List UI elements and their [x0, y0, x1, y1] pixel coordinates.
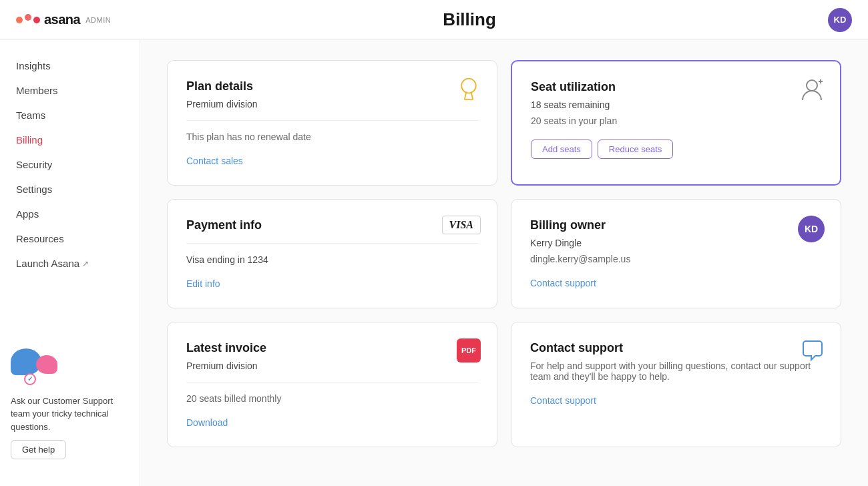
latest-invoice-title: Latest invoice: [186, 341, 478, 355]
user-avatar[interactable]: KD: [828, 8, 852, 32]
svg-line-2: [471, 92, 473, 100]
external-link-icon: ↗: [82, 259, 89, 268]
pdf-label: PDF: [461, 346, 476, 354]
add-seats-button[interactable]: Add seats: [531, 140, 592, 159]
sidebar-item-members[interactable]: Members: [0, 78, 140, 103]
download-link[interactable]: Download: [186, 417, 478, 428]
asana-wordmark: asana: [44, 12, 80, 27]
billing-owner-title: Billing owner: [530, 218, 822, 232]
topbar: asana ADMIN Billing KD: [0, 0, 868, 40]
dot-top: [25, 14, 31, 21]
plan-details-detail: This plan has no renewal date: [186, 132, 478, 142]
pdf-icon: PDF: [457, 338, 481, 362]
sidebar-item-teams[interactable]: Teams: [0, 103, 140, 128]
seats-remaining: 18 seats remaining: [531, 99, 821, 110]
support-chat-icon: [801, 338, 825, 365]
seats-buttons: Add seats Reduce seats: [531, 140, 821, 159]
plan-details-card: Plan details Premium division This plan …: [167, 60, 497, 186]
sidebar-bottom: ✓ Ask our Customer Support team your tri…: [0, 335, 140, 473]
dot-left: [16, 17, 23, 23]
plan-details-subtitle: Premium division: [186, 99, 478, 109]
award-icon: [457, 77, 481, 103]
sidebar-nav: Insights Members Teams Billing Security …: [0, 53, 140, 276]
latest-invoice-subtitle: Premium division: [186, 360, 478, 371]
cards-grid: Plan details Premium division This plan …: [167, 60, 841, 447]
contact-support-text: For help and support with your billing q…: [530, 360, 822, 382]
asana-dots: [16, 17, 40, 23]
apps-label: Apps: [16, 208, 39, 220]
main-layout: Insights Members Teams Billing Security …: [0, 40, 868, 486]
settings-label: Settings: [16, 184, 52, 195]
seats-plan: 20 seats in your plan: [531, 115, 821, 126]
payment-info-title: Payment info: [186, 218, 478, 232]
billing-owner-contact-link[interactable]: Contact support: [530, 278, 822, 288]
latest-invoice-card: PDF Latest invoice Premium division 20 s…: [167, 322, 497, 447]
get-help-button[interactable]: Get help: [11, 440, 66, 459]
asana-logo: asana ADMIN: [16, 12, 111, 27]
billing-label: Billing: [16, 134, 43, 146]
admin-badge: ADMIN: [85, 16, 111, 24]
svg-line-1: [465, 92, 467, 100]
check-circle-icon: ✓: [24, 373, 36, 385]
visa-label: VISA: [449, 219, 473, 230]
sidebar-item-settings[interactable]: Settings: [0, 177, 140, 202]
contact-support-title: Contact support: [530, 341, 822, 355]
chat-icons: ✓: [11, 348, 57, 385]
resources-label: Resources: [16, 233, 64, 244]
sidebar-item-billing[interactable]: Billing: [0, 128, 140, 152]
payment-divider: [186, 243, 478, 244]
reduce-seats-button[interactable]: Reduce seats: [598, 140, 674, 159]
sidebar-item-security[interactable]: Security: [0, 152, 140, 177]
logo-area: asana ADMIN: [16, 12, 111, 27]
seat-utilization-title: Seat utilization: [531, 80, 821, 94]
edit-info-link[interactable]: Edit info: [186, 278, 478, 289]
invoice-divider: [186, 382, 478, 383]
sidebar-item-launch[interactable]: Launch Asana ↗: [0, 251, 140, 276]
support-widget: ✓ Ask our Customer Support team your tri…: [11, 348, 129, 460]
members-label: Members: [16, 85, 58, 96]
page-title: Billing: [443, 9, 495, 30]
payment-info-card: VISA Payment info Visa ending in 1234 Ed…: [167, 199, 497, 308]
payment-info-subtitle: Visa ending in 1234: [186, 254, 478, 265]
launch-label: Launch Asana: [16, 258, 79, 269]
seat-utilization-card: Seat utilization 18 seats remaining 20 s…: [511, 60, 841, 186]
seat-utilization-icon: [800, 77, 824, 104]
check-mark: ✓: [27, 375, 33, 383]
contact-support-link[interactable]: Contact support: [530, 395, 822, 406]
contact-support-card: Contact support For help and support wit…: [511, 322, 841, 447]
dot-right: [33, 17, 40, 23]
latest-invoice-detail: 20 seats billed monthly: [186, 393, 478, 404]
contact-sales-link[interactable]: Contact sales: [186, 156, 478, 166]
billing-owner-card: KD Billing owner Kerry Dingle dingle.ker…: [511, 199, 841, 308]
billing-owner-avatar: KD: [798, 216, 825, 242]
sidebar: Insights Members Teams Billing Security …: [0, 40, 140, 486]
plan-divider: [186, 120, 478, 121]
billing-owner-name: Kerry Dingle: [530, 238, 822, 248]
main-content: Plan details Premium division This plan …: [140, 40, 868, 486]
svg-point-0: [461, 79, 476, 93]
sidebar-item-resources[interactable]: Resources: [0, 226, 140, 251]
insights-label: Insights: [16, 60, 51, 71]
owner-initials: KD: [805, 224, 818, 234]
support-text: Ask our Customer Support team your trick…: [11, 395, 129, 434]
sidebar-item-insights[interactable]: Insights: [0, 53, 140, 78]
chat-bubble-pink-icon: [36, 355, 57, 374]
sidebar-item-apps[interactable]: Apps: [0, 202, 140, 226]
billing-owner-email: dingle.kerry@sample.us: [530, 254, 822, 264]
svg-point-4: [807, 80, 817, 91]
security-label: Security: [16, 159, 52, 170]
teams-label: Teams: [16, 109, 45, 121]
plan-details-title: Plan details: [186, 79, 478, 93]
visa-icon: VISA: [442, 216, 481, 234]
